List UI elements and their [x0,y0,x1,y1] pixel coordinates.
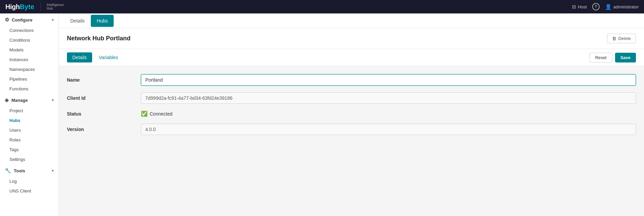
help-icon: ? [595,4,597,9]
sidebar-item-project[interactable]: Project [0,106,59,116]
logo-divider [40,3,41,11]
delete-button[interactable]: 🗑 Delete [607,34,636,43]
save-button[interactable]: Save [615,53,636,62]
logo-area: HighByte Intelligence Hub [5,3,64,11]
sidebar-item-users[interactable]: Users [0,125,59,135]
version-input [141,124,636,135]
configure-chevron: ▾ [52,18,54,22]
name-label: Name [67,77,141,83]
user-label: administrator [613,4,639,9]
status-text: Connected [150,111,173,117]
sidebar-item-connections[interactable]: Connections [0,26,59,35]
sidebar-manage-header[interactable]: ◈ Manage ▾ [0,94,59,106]
sidebar-section-tools: 🔧 Tools ▾ Log UNS Client [0,164,59,196]
status-label: Status [67,111,141,117]
host-button[interactable]: ⊟ Host [572,4,587,9]
sidebar-item-namespaces[interactable]: Namespaces [0,64,59,74]
sidebar-item-functions[interactable]: Functions [0,84,59,94]
sidebar-tools-header[interactable]: 🔧 Tools ▾ [0,164,59,176]
reset-button[interactable]: Reset [590,53,612,62]
connected-icon: ✅ [141,111,148,117]
trash-icon: 🗑 [612,36,616,41]
form-row-status: Status ✅ Connected [67,111,636,117]
sidebar-item-conditions[interactable]: Conditions [0,35,59,45]
tools-icon: 🔧 [5,168,11,174]
sidebar: ⚙ Configure ▾ Connections Conditions Mod… [0,13,59,216]
panel-title: Network Hub Portland [67,35,130,42]
form-row-client-id: Client Id [67,92,636,104]
sidebar-item-settings[interactable]: Settings [0,155,59,164]
tab-hubs[interactable]: Hubs [91,15,114,27]
topnav: HighByte Intelligence Hub ⊟ Host ? 👤 adm… [0,0,644,13]
panel-header: Network Hub Portland 🗑 Delete [59,28,644,49]
sidebar-item-tags[interactable]: Tags [0,145,59,155]
client-id-label: Client Id [67,95,141,101]
sidebar-item-log[interactable]: Log [0,176,59,186]
content-area: Details Hubs Network Hub Portland 🗑 Dele… [59,13,644,216]
sidebar-item-hubs[interactable]: Hubs [0,116,59,125]
user-icon: 👤 [605,4,612,10]
form-row-name: Name [67,74,636,86]
sidebar-item-uns-client[interactable]: UNS Client [0,186,59,196]
manage-chevron: ▾ [52,98,54,102]
sidebar-item-instances[interactable]: Instances [0,55,59,64]
version-value [141,124,636,135]
user-button[interactable]: 👤 administrator [605,4,639,10]
sub-tab-variables[interactable]: Variables [93,52,123,62]
logo-byte: Byte [20,3,34,10]
configure-label: Configure [12,17,32,23]
host-label: Host [578,4,587,9]
sub-tab-actions: Reset Save [590,53,636,62]
main-tab-bar: Details Hubs [59,13,644,28]
sub-tabs: Details Variables [67,52,123,62]
panel: Network Hub Portland 🗑 Delete Details Va… [59,28,644,216]
sub-tab-details[interactable]: Details [67,52,92,62]
manage-icon: ◈ [5,97,9,103]
tab-details[interactable]: Details [64,15,91,27]
sidebar-item-roles[interactable]: Roles [0,135,59,145]
name-input[interactable] [141,74,636,86]
name-value [141,74,636,86]
form-body: Name Client Id Status [59,66,644,150]
form-row-version: Version [67,124,636,135]
logo-subtitle: Intelligence Hub [47,3,64,10]
host-icon: ⊟ [572,4,576,9]
sidebar-section-configure: ⚙ Configure ▾ Connections Conditions Mod… [0,13,59,94]
client-id-value [141,92,636,104]
client-id-input [141,92,636,104]
configure-icon: ⚙ [5,17,9,23]
sidebar-configure-header[interactable]: ⚙ Configure ▾ [0,13,59,26]
sidebar-item-models[interactable]: Models [0,45,59,55]
help-button[interactable]: ? [592,3,600,10]
tools-chevron: ▾ [52,169,54,173]
status-connected: ✅ Connected [141,111,636,117]
status-value: ✅ Connected [141,111,636,117]
sidebar-section-manage: ◈ Manage ▾ Project Hubs Users Roles Tags… [0,94,59,164]
topnav-right: ⊟ Host ? 👤 administrator [572,3,639,10]
sub-tab-bar: Details Variables Reset Save [59,49,644,66]
manage-label: Manage [11,98,28,103]
logo-high: High [5,3,20,10]
sidebar-item-pipelines[interactable]: Pipelines [0,74,59,84]
version-label: Version [67,127,141,132]
delete-label: Delete [618,36,631,41]
logo-text: HighByte [5,3,34,11]
tools-label: Tools [14,168,25,173]
main-layout: ⚙ Configure ▾ Connections Conditions Mod… [0,13,644,216]
